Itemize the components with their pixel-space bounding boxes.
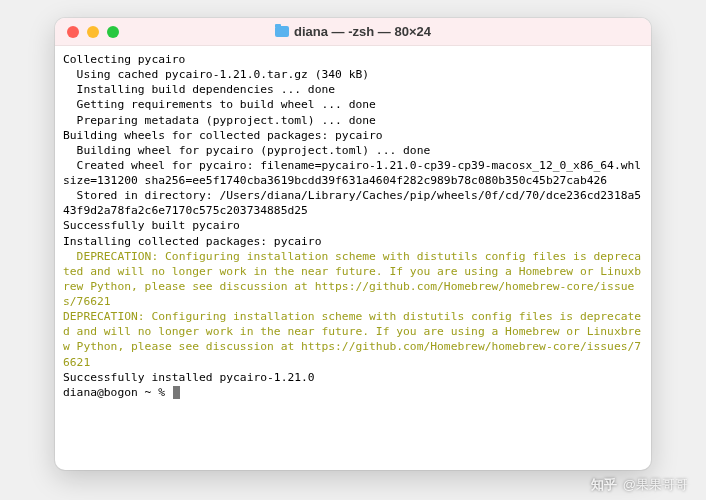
terminal-line: Successfully built pycairo [63,218,645,233]
watermark-text: @果果哥哥 [623,477,688,492]
minimize-icon[interactable] [87,26,99,38]
cursor-icon [173,386,180,399]
terminal-line: DEPRECATION: Configuring installation sc… [63,309,645,370]
window-title-text: diana — -zsh — 80×24 [294,24,431,39]
window-titlebar[interactable]: diana — -zsh — 80×24 [55,18,651,46]
traffic-lights [55,26,119,38]
maximize-icon[interactable] [107,26,119,38]
terminal-output[interactable]: Collecting pycairo Using cached pycairo-… [55,46,651,470]
terminal-line: Created wheel for pycairo: filename=pyca… [63,158,645,188]
terminal-window: diana — -zsh — 80×24 Collecting pycairo … [55,18,651,470]
folder-icon [275,26,289,37]
terminal-line: Building wheel for pycairo (pyproject.to… [63,143,645,158]
watermark-logo: 知乎 [591,476,617,494]
terminal-line: Successfully installed pycairo-1.21.0 [63,370,645,385]
terminal-line: Using cached pycairo-1.21.0.tar.gz (340 … [63,67,645,82]
terminal-line: Installing collected packages: pycairo [63,234,645,249]
terminal-line: DEPRECATION: Configuring installation sc… [63,249,645,310]
terminal-line: Collecting pycairo [63,52,645,67]
watermark: 知乎@果果哥哥 [591,476,688,494]
terminal-line: Getting requirements to build wheel ... … [63,97,645,112]
terminal-line: Building wheels for collected packages: … [63,128,645,143]
terminal-prompt[interactable]: diana@bogon ~ % [63,385,645,400]
terminal-line: Stored in directory: /Users/diana/Librar… [63,188,645,218]
close-icon[interactable] [67,26,79,38]
terminal-line: Preparing metadata (pyproject.toml) ... … [63,113,645,128]
terminal-line: Installing build dependencies ... done [63,82,645,97]
window-title: diana — -zsh — 80×24 [55,24,651,39]
